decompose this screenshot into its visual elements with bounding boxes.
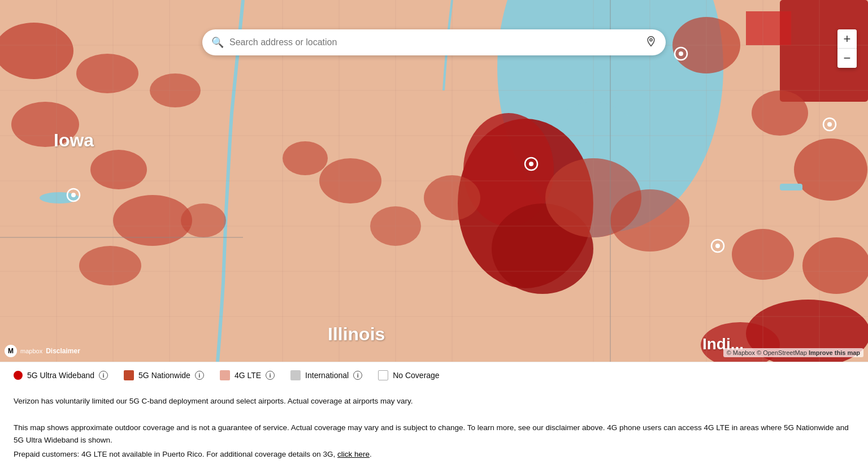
legend-item-5g-ultra: 5G Ultra Wideband i: [14, 371, 108, 380]
4g-lte-info-icon[interactable]: i: [266, 371, 275, 380]
svg-point-21: [283, 141, 328, 175]
no-coverage-square: [378, 370, 388, 380]
svg-point-27: [794, 138, 867, 201]
search-bar: 🔍: [202, 29, 666, 55]
mapbox-logo-area: M mapbox Disclaimer: [5, 345, 80, 357]
zoom-in-button[interactable]: +: [837, 29, 857, 49]
svg-point-15: [90, 150, 147, 189]
legend-item-international: International i: [290, 370, 362, 380]
5g-nationwide-square: [124, 370, 134, 380]
mapbox-logo-icon: M: [5, 345, 17, 357]
5g-nationwide-info-icon[interactable]: i: [195, 371, 204, 380]
international-label: International: [305, 371, 349, 380]
improve-map-link[interactable]: Improve this map: [809, 349, 860, 356]
svg-point-18: [181, 203, 226, 237]
legend-item-no-coverage: No Coverage: [378, 370, 440, 380]
4g-lte-label: 4G LTE: [235, 371, 261, 380]
svg-point-53: [71, 193, 76, 197]
zoom-out-button[interactable]: −: [837, 49, 857, 68]
legend: 5G Ultra Wideband i 5G Nationwide i 4G L…: [0, 362, 868, 388]
international-square: [290, 370, 301, 380]
disclaimer-coverage: This map shows approximate outdoor cover…: [14, 422, 854, 446]
disclaimer-airports: Verizon has voluntarily limited our 5G C…: [14, 395, 854, 408]
svg-point-29: [802, 237, 868, 294]
zoom-controls: + −: [837, 29, 857, 68]
no-coverage-label: No Coverage: [393, 371, 440, 380]
svg-point-12: [76, 54, 138, 93]
legend-item-5g-nationwide: 5G Nationwide i: [124, 370, 204, 380]
5g-ultra-label: 5G Ultra Wideband: [27, 371, 94, 380]
mapbox-label: mapbox: [20, 348, 42, 354]
svg-rect-30: [780, 184, 802, 190]
5g-ultra-dot: [14, 371, 23, 380]
click-here-link[interactable]: click here: [337, 450, 370, 458]
svg-point-55: [529, 162, 533, 166]
5g-nationwide-label: 5G Nationwide: [138, 371, 190, 380]
svg-point-57: [679, 51, 683, 56]
5g-ultra-info-icon[interactable]: i: [99, 371, 108, 380]
svg-point-16: [113, 195, 192, 246]
footer-disclaimers: Verizon has voluntarily limited our 5G C…: [0, 388, 868, 468]
svg-point-14: [11, 102, 79, 147]
location-pin-icon[interactable]: [645, 36, 657, 50]
legend-item-4g-lte: 4G LTE i: [220, 370, 275, 380]
svg-point-59: [827, 122, 832, 127]
disclaimer-prepaid: Prepaid customers: 4G LTE not available …: [14, 448, 854, 461]
search-input[interactable]: [229, 37, 645, 47]
svg-point-17: [79, 246, 141, 285]
svg-point-26: [752, 90, 808, 136]
map-attribution: © Mapbox © OpenStreetMap Improve this ma…: [723, 348, 863, 357]
svg-point-61: [715, 244, 720, 248]
svg-rect-8: [746, 11, 791, 45]
4g-lte-square: [220, 370, 230, 380]
disclaimer-link[interactable]: Disclaimer: [46, 347, 80, 355]
map-container[interactable]: Iowa Illinois Indi... 🔍 + − M mapbox Dis…: [0, 0, 868, 362]
search-icon: 🔍: [211, 36, 224, 49]
international-info-icon[interactable]: i: [353, 371, 362, 380]
